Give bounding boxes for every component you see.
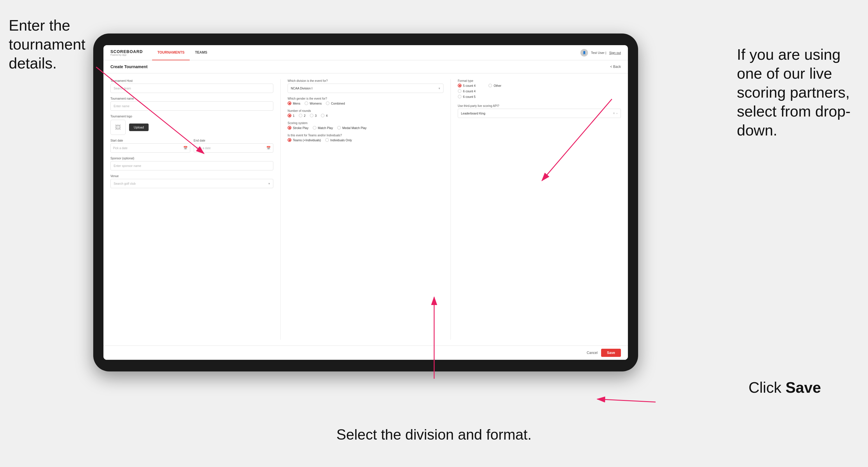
gender-label: Which gender is the event for? (287, 97, 443, 100)
format-6count4[interactable]: 6 count 4 (458, 89, 475, 93)
sponsor-label: Sponsor (optional) (111, 157, 273, 160)
logo-label: Tournament logo (111, 115, 273, 118)
host-input[interactable]: Search team (111, 84, 273, 93)
division-label: Which division is the event for? (287, 79, 443, 83)
rounds-3-radio[interactable] (310, 114, 313, 117)
scoring-group: Scoring system Stroke Play Match Play (287, 122, 443, 130)
rounds-2-radio[interactable] (299, 114, 303, 117)
scoring-radio-group: Stroke Play Match Play Medal Match Play (287, 126, 443, 130)
scoring-medal-radio[interactable] (337, 126, 341, 130)
format-row-1: 5 count 4 Other (458, 84, 621, 87)
end-date-label: End date (194, 139, 274, 142)
start-date-label: Start date (111, 139, 190, 142)
rounds-2[interactable]: 2 (299, 114, 306, 117)
venue-select[interactable]: Search golf club ▾ (111, 179, 273, 188)
rounds-3[interactable]: 3 (310, 114, 317, 117)
nav-item-tournaments[interactable]: TOURNAMENTS (152, 45, 190, 60)
sponsor-input[interactable]: Enter sponsor name (111, 161, 273, 170)
gender-group: Which gender is the event for? Mens Wome… (287, 97, 443, 105)
scoring-stroke[interactable]: Stroke Play (287, 126, 309, 130)
rounds-label: Number of rounds (287, 109, 443, 113)
venue-label: Venue (111, 175, 273, 178)
format-row-3: 6 count 5 (458, 95, 621, 98)
format-6count4-radio[interactable] (458, 89, 462, 93)
rounds-radio-group: 1 2 3 (287, 114, 443, 117)
date-group: Start date Pick a date 📅 End date (111, 139, 273, 153)
event-teams[interactable]: Teams (+Individuals) (287, 138, 321, 142)
tablet-screen: SCOREBOARD Powered by clippi TOURNAMENTS… (103, 45, 628, 360)
tablet-device: SCOREBOARD Powered by clippi TOURNAMENTS… (93, 33, 638, 371)
rounds-1[interactable]: 1 (287, 114, 294, 117)
event-teams-radio[interactable] (287, 138, 291, 142)
format-row-2: 6 count 4 (458, 89, 621, 93)
end-date-group: End date Pick a date 📅 (194, 139, 274, 153)
rounds-4[interactable]: 4 (321, 114, 328, 117)
logo-placeholder: 🖼 (111, 120, 126, 135)
date-row: Start date Pick a date 📅 End date (111, 139, 273, 153)
name-input[interactable]: Enter name (111, 101, 273, 111)
sign-out-link[interactable]: Sign out (609, 51, 621, 55)
end-date-input[interactable]: Pick a date 📅 (194, 143, 274, 153)
card-title: Create Tournament (111, 64, 148, 69)
user-label: Test User | (591, 51, 606, 55)
back-link[interactable]: < Back (610, 65, 621, 69)
scoring-stroke-radio[interactable] (287, 126, 291, 130)
logo-group: Tournament logo 🖼 Upload (111, 115, 273, 135)
event-type-radio-group: Teams (+Individuals) Individuals Only (287, 138, 443, 142)
format-5count4-radio[interactable] (458, 84, 462, 87)
format-group: Format type 5 count 4 Other (458, 79, 621, 98)
logo-sub: Powered by clippi (111, 54, 143, 56)
gender-mens[interactable]: Mens (287, 101, 301, 105)
host-group: Tournament Host Search team (111, 79, 273, 93)
annotation-top-left: Enter the tournament details. (9, 16, 102, 73)
scoring-label: Scoring system (287, 122, 443, 125)
gender-combined[interactable]: Combined (326, 101, 345, 105)
tournament-card: Create Tournament < Back Tournament Host… (103, 60, 628, 360)
format-5count4[interactable]: 5 count 4 (458, 84, 475, 87)
live-scoring-select[interactable]: Leaderboard King × ÷ (458, 109, 621, 118)
event-individuals[interactable]: Individuals Only (325, 138, 352, 142)
venue-group: Venue Search golf club ▾ (111, 175, 273, 188)
start-date-group: Start date Pick a date 📅 (111, 139, 190, 153)
right-column: Format type 5 count 4 Other (451, 79, 621, 340)
gender-womens[interactable]: Womens (305, 101, 322, 105)
save-button[interactable]: Save (601, 349, 621, 357)
card-header: Create Tournament < Back (103, 60, 628, 73)
rounds-1-radio[interactable] (287, 114, 291, 117)
scoring-match-radio[interactable] (313, 126, 316, 130)
event-type-label: Is this event for Teams and/or Individua… (287, 134, 443, 137)
scoring-medal[interactable]: Medal Match Play (337, 126, 367, 130)
card-footer: Cancel Save (103, 345, 628, 360)
gender-combined-radio[interactable] (326, 101, 330, 105)
gender-mens-radio[interactable] (287, 101, 291, 105)
format-other[interactable]: Other (488, 84, 501, 87)
live-scoring-group: Use third-party live scoring API? Leader… (458, 104, 621, 118)
sponsor-group: Sponsor (optional) Enter sponsor name (111, 157, 273, 170)
left-column: Tournament Host Search team Tournament n… (111, 79, 281, 340)
rounds-4-radio[interactable] (321, 114, 324, 117)
card-body: Tournament Host Search team Tournament n… (103, 73, 628, 345)
gender-womens-radio[interactable] (305, 101, 308, 105)
nav-item-teams[interactable]: TEAMS (190, 45, 212, 60)
host-label: Tournament Host (111, 79, 273, 83)
division-group: Which division is the event for? NCAA Di… (287, 79, 443, 93)
event-type-group: Is this event for Teams and/or Individua… (287, 134, 443, 142)
cancel-button[interactable]: Cancel (587, 351, 598, 355)
upload-button[interactable]: Upload (129, 124, 149, 131)
format-other-radio[interactable] (488, 84, 492, 87)
event-individuals-radio[interactable] (325, 138, 329, 142)
middle-column: Which division is the event for? NCAA Di… (281, 79, 451, 340)
start-date-input[interactable]: Pick a date 📅 (111, 143, 190, 153)
logo-area: SCOREBOARD Powered by clippi (111, 49, 143, 56)
division-select[interactable]: NCAA Division I ▾ (287, 84, 443, 93)
live-scoring-label: Use third-party live scoring API? (458, 104, 621, 107)
format-6count5[interactable]: 6 count 5 (458, 95, 475, 98)
scoring-match[interactable]: Match Play (313, 126, 333, 130)
logo-upload-area: 🖼 Upload (111, 120, 273, 135)
annotation-bottom-center: Select the division and format. (332, 426, 536, 444)
clear-icon[interactable]: × (613, 111, 615, 115)
user-avatar: 👤 (581, 49, 588, 57)
top-nav: SCOREBOARD Powered by clippi TOURNAMENTS… (103, 45, 628, 60)
format-6count5-radio[interactable] (458, 95, 462, 98)
logo-text: SCOREBOARD (111, 49, 143, 54)
